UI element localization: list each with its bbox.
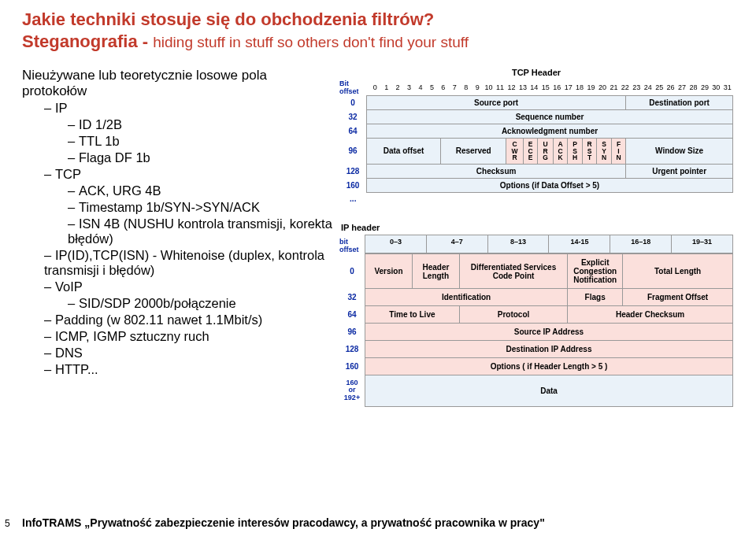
ip-bit-label: bit offset: [339, 235, 365, 253]
list-item: –ICMP, IGMP sztuczny ruch: [44, 329, 333, 344]
list-item: –ACK, URG 4B: [68, 183, 333, 198]
footer: 5 InfoTRAMS „Prywatność zabezpieczenie i…: [22, 516, 734, 529]
tcp-title: TCP Header: [339, 68, 733, 77]
ip-title: IP header: [341, 223, 733, 232]
list-item: –TTL 1b: [68, 134, 333, 149]
list-item: –Padding (w 802.11 nawet 1.1Mbit/s): [44, 313, 333, 327]
list-item: –HTTP...: [44, 362, 333, 377]
slide-title: Jakie techniki stosuje się do obchodzeni…: [22, 9, 734, 30]
list-item: –SID/SDP 2000b/połączenie: [68, 296, 333, 311]
list-item: –IP(ID),TCP(ISN) - Whitenoise (duplex, k…: [44, 248, 333, 278]
list-item: –ID 1/2B: [68, 117, 333, 132]
ip-header-diagram: IP header bit offset 0–34–78–1314-1516–1…: [339, 223, 733, 407]
list-item: –IP: [44, 101, 333, 116]
subtitle-prefix: Steganografia -: [22, 31, 153, 51]
page-number: 5: [5, 518, 10, 529]
section-heading: Nieużywane lub teoretycznie losowe pola …: [22, 68, 333, 99]
list-item: –Flaga DF 1b: [68, 150, 333, 165]
list-item: –VoIP: [44, 279, 333, 294]
list-item: –DNS: [44, 346, 333, 361]
slide-subtitle: Steganografia - hiding stuff in stuff so…: [22, 31, 734, 52]
left-column: Nieużywane lub teoretycznie losowe pola …: [22, 68, 333, 407]
list-item: –ISN 4B (NUSHU kontrola transmisji, kore…: [68, 216, 333, 246]
right-column: TCP Header Bit offset 012345678910111213…: [339, 68, 733, 407]
list-item: –TCP: [44, 167, 333, 182]
subtitle-hiding: hiding stuff in stuff so others don't fi…: [153, 34, 469, 50]
list-item: –Timestamp 1b/SYN->SYN/ACK: [68, 200, 333, 215]
tcp-header-diagram: TCP Header Bit offset 012345678910111213…: [339, 68, 733, 205]
footer-text: InfoTRAMS „Prywatność zabezpieczenie int…: [22, 516, 545, 529]
bit-offset-label: Bit offset: [339, 80, 369, 95]
